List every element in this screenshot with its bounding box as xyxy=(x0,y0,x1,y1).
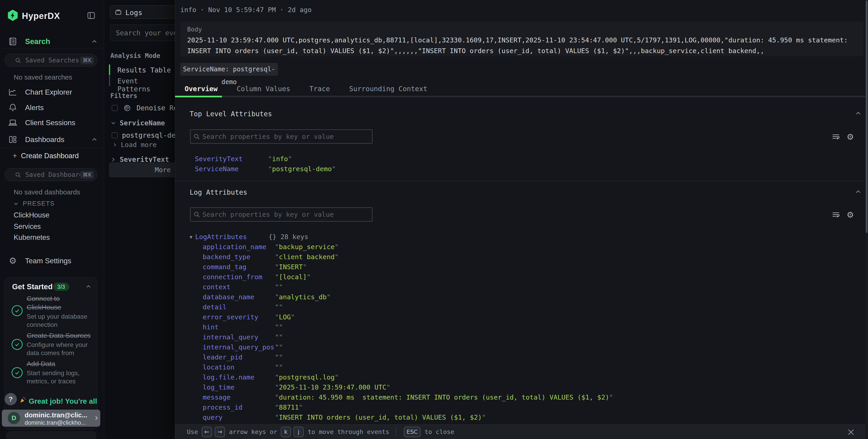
gear-icon[interactable]: ⚙ xyxy=(846,211,854,219)
task-connect-clickhouse[interactable]: Connect to ClickHouse Set up your databa… xyxy=(11,294,91,329)
attr-key[interactable]: SeverityText xyxy=(195,155,243,163)
attr-value[interactable]: info xyxy=(268,155,292,163)
saved-searches-input[interactable] xyxy=(25,54,80,66)
attr-value[interactable]: postgresql-demo xyxy=(268,165,336,173)
attr-value[interactable]: duration: 45.950 ms statement: INSERT IN… xyxy=(275,394,613,401)
attr-value[interactable]: 88711 xyxy=(275,403,303,411)
chevron-up-icon[interactable] xyxy=(85,283,92,290)
arrow-left-key: ← xyxy=(202,427,212,437)
attr-key[interactable]: database_name xyxy=(203,293,254,301)
attr-value[interactable]: INSERT INTO orders (user_id, total) VALU… xyxy=(275,413,486,421)
attr-value[interactable]: 2025-11-10 23:59:47.000 UTC xyxy=(275,383,390,391)
attr-value[interactable] xyxy=(275,343,283,351)
scrollbar-track[interactable] xyxy=(865,0,868,439)
attr-key[interactable]: internal_query_pos xyxy=(203,343,274,351)
wrap-lines-icon[interactable] xyxy=(832,211,840,219)
top-attributes-search-input[interactable] xyxy=(203,130,369,143)
tab-surrounding-context[interactable]: Surrounding Context xyxy=(340,82,437,96)
attr-key[interactable]: hint xyxy=(203,323,219,331)
tab-overview[interactable]: Overview xyxy=(175,82,227,96)
chevron-up-icon[interactable] xyxy=(91,38,98,45)
attr-key[interactable]: location xyxy=(203,363,235,371)
attr-key[interactable]: command_tag xyxy=(203,263,246,271)
bottom-card[interactable] xyxy=(6,432,96,439)
sidebar-item-alerts[interactable]: Alerts xyxy=(0,100,104,115)
attr-value[interactable]: analytics_db xyxy=(275,293,331,301)
tab-trace[interactable]: Trace xyxy=(300,82,339,96)
load-more-button[interactable]: Load more xyxy=(112,141,157,149)
attr-value[interactable]: client backend xyxy=(275,253,339,261)
help-button[interactable]: ? xyxy=(5,393,17,405)
wrap-lines-icon[interactable] xyxy=(832,133,840,141)
attr-value[interactable] xyxy=(275,303,283,311)
attr-value[interactable] xyxy=(275,323,283,331)
sidebar-item-team-settings[interactable]: ⚙ Team Settings xyxy=(0,253,104,268)
mode-event-patterns[interactable]: Event Patterns xyxy=(117,77,175,93)
chevron-up-icon[interactable] xyxy=(854,109,862,117)
sidebar-item-client-sessions[interactable]: Client Sessions xyxy=(0,115,104,130)
attr-key[interactable]: leader_pid xyxy=(203,353,243,361)
close-icon[interactable] xyxy=(846,428,855,437)
journal-icon xyxy=(8,37,17,46)
presets-toggle[interactable]: PRESETS xyxy=(13,200,55,207)
preset-clickhouse[interactable]: ClickHouse xyxy=(14,211,50,219)
attr-key[interactable]: internal_query xyxy=(203,333,258,341)
get-started-title: Get Started xyxy=(12,282,53,291)
chevron-up-icon[interactable] xyxy=(854,188,862,195)
attr-key[interactable]: connection_from xyxy=(203,273,262,281)
attr-key[interactable]: log.file.name xyxy=(203,373,254,381)
log-attributes-search-input[interactable] xyxy=(203,208,369,221)
saved-dashboards-input[interactable] xyxy=(25,168,80,181)
service-tag-chip[interactable]: ServiceName: postgresql-demo xyxy=(180,63,278,76)
attr-value[interactable] xyxy=(275,333,283,341)
attr-key[interactable]: LogAttributes xyxy=(195,233,247,241)
mode-results-table[interactable]: Results Table xyxy=(117,66,171,74)
logo-text[interactable]: HyperDX xyxy=(22,11,60,21)
attr-key[interactable]: application_name xyxy=(203,243,266,251)
user-account-button[interactable]: D dominic.tran@clic... dominic.tran@clic… xyxy=(2,410,100,427)
task-create-data-sources[interactable]: Create Data Sources Configure where your… xyxy=(11,331,91,357)
sidebar-item-dashboards[interactable]: Dashboards xyxy=(0,132,104,147)
attr-key[interactable]: log_time xyxy=(203,383,235,391)
attr-key[interactable]: query xyxy=(203,413,222,421)
attr-value[interactable]: backup_service xyxy=(275,243,339,251)
chevron-right-icon xyxy=(93,415,100,421)
attr-value[interactable] xyxy=(275,353,283,361)
scrollbar-thumb[interactable] xyxy=(866,0,868,233)
attr-key[interactable]: message xyxy=(203,394,230,401)
attr-value[interactable] xyxy=(275,283,283,291)
filter-value-label[interactable]: postgresql-demo xyxy=(122,131,175,139)
attr-key[interactable]: context xyxy=(203,283,230,291)
attr-value[interactable]: [local] xyxy=(275,273,311,281)
source-select[interactable]: Logs xyxy=(110,5,175,19)
event-search-box xyxy=(110,25,175,41)
sidebar-item-chart-explorer[interactable]: Chart Explorer xyxy=(0,85,104,99)
tab-column-values[interactable]: Column Values xyxy=(227,82,300,96)
attr-value[interactable]: postgresql.log xyxy=(275,373,339,381)
denoise-checkbox[interactable] xyxy=(112,105,118,111)
event-search-input[interactable] xyxy=(116,25,175,41)
preset-kubernetes[interactable]: Kubernetes xyxy=(14,233,50,242)
body-text[interactable]: 2025-11-10 23:59:47.000 UTC,postgres,ana… xyxy=(187,35,857,56)
sidebar-item-search[interactable]: Search xyxy=(0,34,104,49)
task-add-data[interactable]: Add Data Start sending logs, metrics, or… xyxy=(11,359,91,385)
attr-value[interactable]: LOG xyxy=(275,313,295,321)
attr-key[interactable]: process_id xyxy=(203,403,243,411)
attr-value[interactable]: INSERT xyxy=(275,263,307,271)
attr-key[interactable]: backend_type xyxy=(203,253,250,261)
gear-icon[interactable]: ⚙ xyxy=(846,133,854,141)
filter-group-servicename[interactable]: ServiceName xyxy=(110,119,165,127)
preset-services[interactable]: Services xyxy=(14,222,41,231)
chevron-up-icon[interactable] xyxy=(91,136,98,143)
servicename-checkbox[interactable] xyxy=(112,132,118,138)
triangle-down-icon[interactable]: ▼ xyxy=(190,234,192,240)
attr-key[interactable]: ServiceName xyxy=(195,165,239,173)
create-dashboard-button[interactable]: +Create Dashboard xyxy=(13,152,79,160)
attr-key[interactable]: error_severity xyxy=(203,313,258,321)
more-filters-button[interactable]: More filters xyxy=(109,162,175,177)
sidebar-toggle-icon[interactable] xyxy=(87,12,95,19)
attr-value[interactable] xyxy=(275,363,283,371)
attr-key[interactable]: detail xyxy=(203,303,226,311)
congrats-text: Great job! You're all xyxy=(29,397,97,406)
hyperdx-logo-icon[interactable] xyxy=(6,9,19,22)
